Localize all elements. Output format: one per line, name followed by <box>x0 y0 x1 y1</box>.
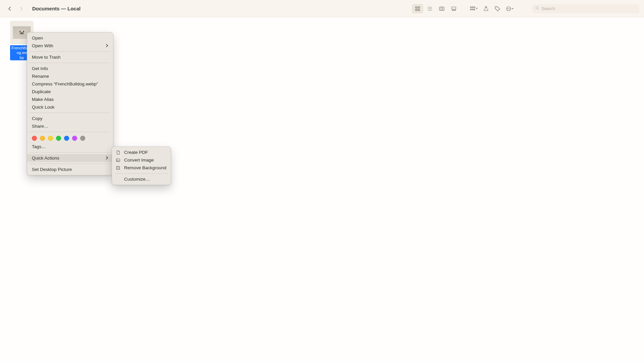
svg-rect-10 <box>453 10 454 10</box>
submenu-customize[interactable]: Customize… <box>112 175 171 183</box>
menu-compress[interactable]: Compress “FrenchBulldog.webp” <box>27 80 113 88</box>
view-icon-button[interactable] <box>412 4 423 13</box>
svg-rect-2 <box>416 9 417 11</box>
menu-get-info-label: Get Info <box>32 66 48 71</box>
view-list-button[interactable] <box>424 4 435 13</box>
svg-rect-14 <box>474 7 475 8</box>
svg-point-6 <box>427 10 428 10</box>
svg-rect-12 <box>470 7 471 8</box>
search-icon <box>535 6 539 12</box>
view-switcher <box>412 4 460 13</box>
svg-rect-11 <box>455 10 455 10</box>
svg-point-21 <box>508 8 509 9</box>
menu-open-with[interactable]: Open With <box>27 42 113 50</box>
menu-set-desktop-picture[interactable]: Set Desktop Picture <box>27 166 113 173</box>
tag-color-dot[interactable] <box>64 136 69 141</box>
submenu-remove-background-label: Remove Background <box>124 165 166 170</box>
svg-rect-3 <box>418 9 420 11</box>
menu-make-alias-label: Make Alias <box>32 97 54 102</box>
menu-share[interactable]: Share… <box>27 122 113 130</box>
menu-separator <box>30 164 111 164</box>
menu-open[interactable]: Open <box>27 34 113 42</box>
menu-quick-look[interactable]: Quick Look <box>27 103 113 111</box>
titlebar: Documents — Local <box>0 0 644 17</box>
svg-point-22 <box>509 8 510 9</box>
search-input[interactable] <box>541 6 637 11</box>
submenu-remove-background[interactable]: Remove Background <box>112 164 171 172</box>
menu-get-info[interactable]: Get Info <box>27 65 113 72</box>
share-button[interactable] <box>480 4 492 13</box>
menu-tags[interactable]: Tags… <box>27 143 113 150</box>
tag-color-dot[interactable] <box>40 136 45 141</box>
menu-quick-actions[interactable]: Quick Actions <box>27 154 113 162</box>
svg-rect-13 <box>472 7 473 8</box>
menu-compress-label: Compress “FrenchBulldog.webp” <box>32 81 98 86</box>
svg-point-23 <box>536 6 538 9</box>
menu-separator <box>30 51 111 52</box>
svg-rect-7 <box>439 7 444 10</box>
menu-separator <box>30 113 111 113</box>
submenu-convert-image-label: Convert Image <box>124 158 154 163</box>
svg-point-5 <box>427 8 428 9</box>
svg-point-4 <box>427 7 428 7</box>
menu-open-with-label: Open With <box>32 43 53 48</box>
tags-button[interactable] <box>492 4 503 13</box>
svg-point-20 <box>507 8 508 9</box>
svg-point-26 <box>117 160 118 160</box>
back-button[interactable] <box>5 4 15 14</box>
chevron-right-icon <box>106 43 108 48</box>
tag-color-dot[interactable] <box>72 136 77 141</box>
svg-rect-8 <box>452 7 456 9</box>
svg-point-18 <box>496 7 497 8</box>
svg-rect-15 <box>470 9 471 10</box>
quick-actions-submenu: Create PDF Convert Image Remove Backgrou… <box>112 146 171 185</box>
menu-copy[interactable]: Copy <box>27 115 113 122</box>
tag-color-dot[interactable] <box>56 136 61 141</box>
menu-move-to-trash-label: Move to Trash <box>32 55 61 60</box>
dog-thumbnail-icon <box>17 29 27 36</box>
menu-rename[interactable]: Rename <box>27 72 113 80</box>
submenu-customize-label: Customize… <box>124 177 150 182</box>
tag-color-dot[interactable] <box>80 136 85 141</box>
file-name-line2: bp <box>20 56 24 60</box>
menu-move-to-trash[interactable]: Move to Trash <box>27 53 113 61</box>
submenu-create-pdf-label: Create PDF <box>124 150 148 155</box>
menu-open-label: Open <box>32 36 43 41</box>
tag-color-dot[interactable] <box>48 136 53 141</box>
menu-duplicate[interactable]: Duplicate <box>27 88 113 96</box>
context-menu: Open Open With Move to Trash Get Info Re… <box>27 32 113 175</box>
window-title: Documents — Local <box>32 6 80 11</box>
menu-set-desktop-picture-label: Set Desktop Picture <box>32 167 72 172</box>
menu-rename-label: Rename <box>32 74 49 79</box>
menu-share-label: Share… <box>32 124 49 129</box>
svg-rect-0 <box>416 7 417 8</box>
submenu-create-pdf[interactable]: Create PDF <box>112 148 171 156</box>
menu-tags-label: Tags… <box>32 144 46 149</box>
menu-separator <box>30 63 111 63</box>
menu-tag-colors <box>27 134 113 143</box>
file-browser-area[interactable]: FrenchBulldog.we bp Open Open With Move … <box>0 17 644 362</box>
menu-separator <box>114 173 168 174</box>
view-gallery-button[interactable] <box>448 4 460 13</box>
document-icon <box>115 150 121 155</box>
menu-quick-look-label: Quick Look <box>32 105 55 110</box>
search-field[interactable] <box>532 4 639 13</box>
svg-rect-1 <box>418 7 420 8</box>
chevron-right-icon <box>106 156 108 161</box>
group-by-button[interactable] <box>467 4 480 13</box>
menu-duplicate-label: Duplicate <box>32 89 51 94</box>
svg-rect-9 <box>452 10 453 10</box>
menu-separator <box>30 152 111 153</box>
tag-color-dot[interactable] <box>32 136 37 141</box>
image-icon <box>115 158 121 163</box>
action-menu-button[interactable] <box>503 4 517 13</box>
forward-button[interactable] <box>16 4 26 14</box>
menu-copy-label: Copy <box>32 116 43 121</box>
svg-rect-16 <box>472 9 473 10</box>
view-column-button[interactable] <box>436 4 447 13</box>
svg-rect-17 <box>474 9 475 10</box>
checker-icon <box>115 166 121 170</box>
submenu-convert-image[interactable]: Convert Image <box>112 156 171 164</box>
menu-separator <box>30 132 111 132</box>
menu-make-alias[interactable]: Make Alias <box>27 96 113 103</box>
